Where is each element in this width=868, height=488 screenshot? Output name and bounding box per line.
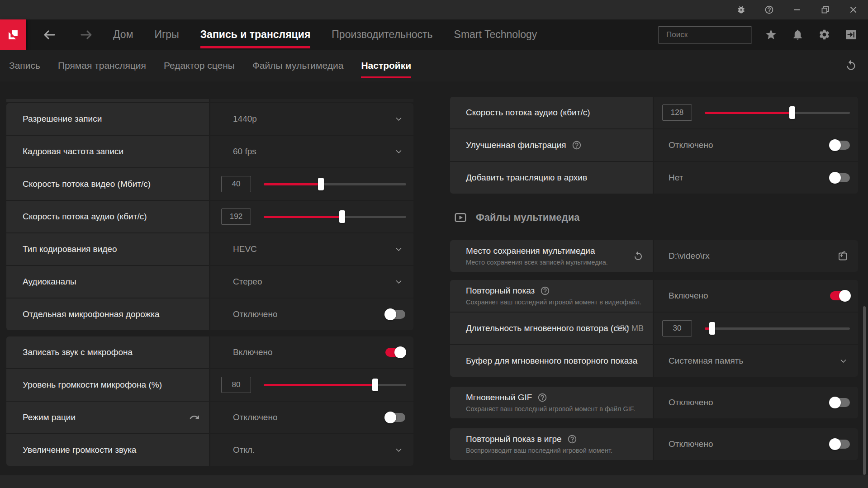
toggle-switch[interactable] [385,348,405,357]
slider-thumb[interactable] [789,106,795,119]
vertical-scrollbar[interactable] [863,306,866,475]
media-files-icon [454,211,467,224]
slider[interactable] [264,210,406,223]
slider-fill [264,183,321,185]
dropdown[interactable]: Стерео [210,266,413,298]
sub-tab-5[interactable]: Настройки [361,50,411,81]
setting-label-cell: Уровень громкости микрофона (%) [6,369,209,401]
slider[interactable] [264,177,406,191]
back-arrow-icon[interactable] [43,28,56,42]
slider-thumb[interactable] [709,322,715,335]
settings-group: Повторный показ в игреВоспроизводит ваш … [450,428,858,460]
forward-arrow-icon[interactable] [80,28,93,42]
setting-label-cell: Скорость потока аудио (кбит/с) [450,97,653,128]
main-tabs: ДомИгрыЗапись и трансляцияПроизводительн… [113,19,537,50]
settings-row: Длительность мгновенного повтора (сек)15… [450,313,858,344]
slider-control [210,201,413,232]
slider-thumb[interactable] [318,178,324,190]
section-title: Файлы мультимедиа [476,212,579,223]
setting-label: Аудиоканалы [23,277,76,287]
nav-right-cluster [659,19,868,50]
toggle-switch[interactable] [830,141,850,150]
toggle-state-label: Включено [233,347,273,357]
setting-label: Скорость потока аудио (кбит/с) [466,108,590,118]
value-input[interactable] [221,208,251,225]
help-icon[interactable] [537,393,547,403]
value-input[interactable] [221,176,251,192]
slider-thumb[interactable] [339,210,345,223]
slider[interactable] [705,322,850,335]
toggle-switch[interactable] [830,173,850,182]
minimize-icon[interactable] [792,5,802,14]
restore-icon[interactable] [821,5,830,14]
recording-settings-column: Разрешение записи1440pКадровая частота з… [6,99,413,466]
sub-tab-2[interactable]: Прямая трансляция [58,50,146,81]
toggle-cell: Нет [654,162,858,194]
toggle-knob [394,346,406,358]
title-bar [0,0,868,19]
main-tab-4[interactable]: Производительность [332,19,432,50]
radeon-settings-window: ДомИгрыЗапись и трансляцияПроизводительн… [0,0,868,488]
toggle-switch[interactable] [385,413,405,422]
nav-action-icons [765,28,857,41]
redo-arrow-icon[interactable] [189,412,200,423]
sub-tab-1[interactable]: Запись [9,50,40,81]
chevron-down-icon [395,278,403,286]
setting-label-cell: Кадровая частота записи [6,136,209,167]
toggle-switch[interactable] [830,398,850,407]
sub-tab-3[interactable]: Редактор сцены [164,50,235,81]
value-input[interactable] [662,320,692,336]
dropdown[interactable]: 60 fps [210,136,413,167]
dropdown[interactable]: 1440p [210,103,413,135]
search-input[interactable] [665,30,767,40]
change-folder-icon[interactable] [837,251,848,261]
notifications-bell-icon[interactable] [792,28,804,41]
main-tab-2[interactable]: Игры [154,19,179,50]
settings-row: Разрешение записи1440p [6,103,413,135]
toggle-switch[interactable] [830,440,850,449]
settings-row: Увеличение громкости звукаОткл. [6,434,413,466]
path-value: D:\video\rx [669,251,710,261]
dropdown[interactable]: HEVC [210,233,413,265]
setting-label-cell: Повторный показ в игреВоспроизводит ваш … [450,428,653,460]
dropdown[interactable]: Системная память [654,345,858,377]
toggle-switch[interactable] [385,310,405,319]
section-header: Файлы мультимедиа [454,211,858,224]
main-tab-1[interactable]: Дом [113,19,133,50]
value-input[interactable] [221,377,251,393]
sub-tab-4[interactable]: Файлы мультимедиа [252,50,344,81]
settings-gear-icon[interactable] [818,28,830,41]
dropdown-value: HEVC [233,244,257,254]
settings-row: Скорость потока аудио (кбит/с) [450,97,858,128]
main-tab-5[interactable]: Smart Technology [454,19,537,50]
help-icon[interactable] [764,5,774,14]
slider-control [654,313,858,344]
slider-thumb[interactable] [372,379,378,391]
setting-label: Разрешение записи [23,114,102,124]
undo-icon[interactable] [633,251,644,261]
setting-label: Увеличение громкости звука [23,445,136,455]
search-box[interactable] [659,26,751,43]
dropdown[interactable]: Откл. [210,434,413,466]
setting-label-cell: Длительность мгновенного повтора (сек)15… [450,313,653,344]
toggle-knob [839,290,851,302]
value-input[interactable] [662,104,692,121]
help-icon[interactable] [567,434,577,444]
slider[interactable] [705,106,850,119]
bug-icon[interactable] [736,5,746,14]
setting-label-cell: Отдельная микрофонная дорожка [6,298,209,330]
settings-row: Повторный показСохраняет ваш последний и… [450,280,858,312]
help-icon[interactable] [572,140,582,150]
restore-defaults-icon[interactable] [845,59,857,71]
favorites-star-icon[interactable] [765,28,777,41]
toggle-switch[interactable] [830,291,850,300]
chevron-down-icon [840,357,847,365]
setting-label: Улучшенная фильтрация [466,140,566,150]
close-icon[interactable] [849,5,858,14]
help-icon[interactable] [540,286,550,296]
amd-logo[interactable] [0,19,26,50]
setting-label-cell: Скорость потока видео (Мбит/с) [6,168,209,200]
slider[interactable] [264,378,406,392]
main-tab-3[interactable]: Запись и трансляция [200,19,311,50]
exit-icon[interactable] [845,28,857,41]
